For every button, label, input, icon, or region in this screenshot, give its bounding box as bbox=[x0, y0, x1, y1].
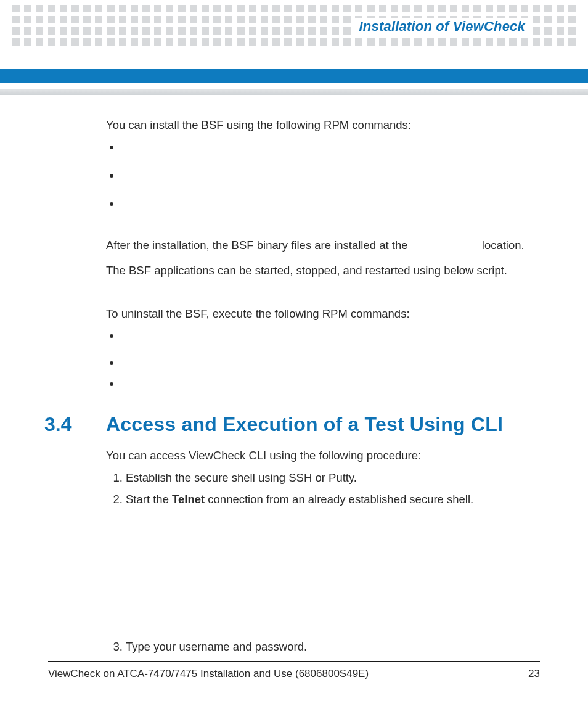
page-footer: ViewCheck on ATCA-7470/7475 Installation… bbox=[48, 661, 540, 680]
list-item bbox=[121, 355, 535, 376]
step-text-strong: Telnet bbox=[172, 493, 205, 506]
list-item bbox=[121, 195, 535, 224]
list-item bbox=[121, 167, 535, 195]
install-bullet-list bbox=[106, 139, 535, 224]
step-text: Start the bbox=[126, 493, 172, 506]
step-text: Type your username and password. bbox=[126, 640, 307, 653]
footer-page-number: 23 bbox=[528, 668, 540, 680]
content-area: You can install the BSF using the follow… bbox=[106, 117, 535, 660]
header-blue-bar bbox=[0, 69, 588, 83]
after-install-text: After the installation, the BSF binary f… bbox=[106, 237, 535, 254]
text-fragment: location. bbox=[482, 239, 525, 252]
procedure-intro: You can access ViewCheck CLI using the f… bbox=[106, 448, 535, 464]
header-grey-bar bbox=[0, 89, 588, 95]
install-intro: You can install the BSF using the follow… bbox=[106, 117, 535, 134]
footer-doc-title: ViewCheck on ATCA-7470/7475 Installation… bbox=[48, 668, 369, 680]
list-item: Type your username and password. bbox=[126, 639, 535, 655]
step-text: connection from an already established s… bbox=[205, 493, 473, 506]
list-item: Start the Telnet connection from an alre… bbox=[126, 491, 535, 508]
start-stop-text: The BSF applications can be started, sto… bbox=[106, 263, 535, 279]
list-item: Establish the secure shell using SSH or … bbox=[126, 470, 535, 486]
decor-dots-row bbox=[0, 5, 588, 12]
section-heading: 3.4 Access and Execution of a Test Using… bbox=[44, 410, 535, 438]
list-item bbox=[121, 139, 535, 167]
text-fragment: After the installation, the BSF binary f… bbox=[106, 239, 407, 252]
decor-dots-row bbox=[0, 38, 588, 46]
uninstall-intro: To uninstall the BSF, execute the follow… bbox=[106, 306, 535, 322]
running-header-title: Installation of ViewCheck bbox=[353, 18, 531, 35]
section-title: Access and Execution of a Test Using CLI bbox=[106, 410, 503, 438]
list-item bbox=[121, 376, 535, 396]
section-number: 3.4 bbox=[44, 410, 106, 438]
list-item bbox=[121, 327, 535, 355]
page: Installation of ViewCheck You can instal… bbox=[0, 0, 588, 706]
step-text: Establish the secure shell using SSH or … bbox=[126, 471, 357, 484]
procedure-steps: Establish the secure shell using SSH or … bbox=[106, 470, 535, 655]
uninstall-bullet-list bbox=[106, 327, 535, 396]
